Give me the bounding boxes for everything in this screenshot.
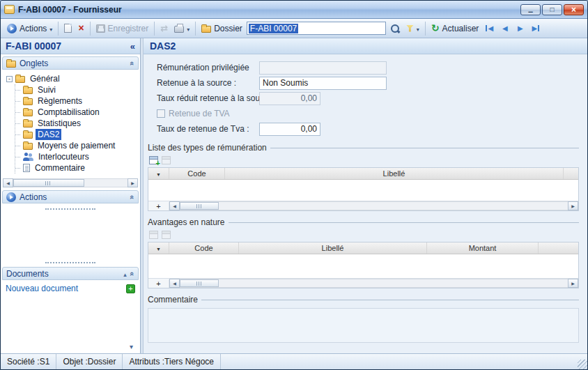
nav-last-button[interactable] (529, 22, 542, 35)
row-marker-header[interactable] (148, 242, 169, 254)
section-header-actions[interactable]: Actions (2, 190, 139, 203)
scroll-left-button[interactable] (169, 279, 180, 288)
statusbar: Société :S1 Objet :Dossier Attributs :Ti… (1, 353, 587, 369)
new-button[interactable] (62, 22, 74, 34)
tree-item-suivi[interactable]: Suivi (15, 84, 139, 95)
nav-next-button[interactable] (513, 22, 527, 35)
nav-first-button[interactable] (483, 22, 496, 35)
tree-expander-icon[interactable] (6, 76, 13, 82)
scrollbar-track[interactable] (180, 201, 568, 210)
folder-icon (23, 98, 33, 105)
scroll-left-button[interactable] (169, 201, 180, 210)
print-button[interactable] (172, 22, 192, 35)
taux-reduit-value: 0,00 (301, 93, 317, 103)
tree-item-comptabilisation[interactable]: Comptabilisation (15, 107, 139, 118)
section-header-onglets[interactable]: Onglets (2, 56, 139, 70)
scroll-right-button[interactable] (568, 201, 578, 210)
filter-button[interactable] (404, 22, 421, 35)
scrollbar-track[interactable] (13, 178, 127, 187)
scrollbar-track[interactable] (180, 279, 568, 288)
delete-row-icon-button[interactable] (162, 231, 171, 239)
minimize-button[interactable] (520, 4, 541, 15)
new-document-link[interactable]: Nouveau document (6, 284, 126, 293)
group-title: Commentaire (148, 295, 198, 305)
resize-grip[interactable] (578, 360, 587, 369)
chevron-down-icon[interactable] (130, 341, 133, 351)
save-button[interactable]: Enregistrer (94, 22, 151, 35)
delete-row-icon-button[interactable] (162, 156, 171, 164)
actions-icon (6, 192, 16, 202)
table-horizontal-scrollbar[interactable] (169, 279, 578, 288)
table-body[interactable] (148, 180, 578, 201)
actions-menu-button[interactable]: Actions (5, 22, 54, 35)
add-row-icon-button[interactable] (149, 156, 158, 164)
row-marker-header[interactable] (148, 168, 169, 179)
search-button[interactable] (388, 22, 402, 35)
tree-item-commentaire[interactable]: Commentaire (15, 162, 139, 174)
column-header-filler (539, 242, 578, 254)
scroll-right-button[interactable] (127, 178, 138, 187)
remuneration-field[interactable] (259, 61, 387, 75)
scrollbar-thumb[interactable] (180, 279, 219, 287)
scroll-left-button[interactable] (3, 178, 13, 187)
main-header: DAS2 (144, 38, 587, 54)
retenue-tva-checkbox[interactable] (157, 109, 165, 118)
folder-icon (6, 61, 16, 68)
status-societe: Société :S1 (1, 354, 56, 369)
collapse-section-icon[interactable] (128, 61, 137, 65)
taux-tva-value: 0,00 (301, 124, 317, 134)
add-row-button[interactable] (148, 279, 169, 288)
commentaire-field[interactable] (148, 308, 579, 343)
tree-item-reglements[interactable]: Règlements (15, 95, 139, 107)
actions-label: Actions (20, 24, 47, 33)
tree-item-das2[interactable]: DAS2 (15, 129, 139, 140)
refresh-button[interactable]: Actualiser (429, 22, 481, 35)
column-header-code[interactable]: Code (169, 242, 239, 254)
scroll-right-button[interactable] (568, 279, 578, 288)
add-row-icon-button[interactable] (149, 231, 158, 239)
taux-reduit-field[interactable]: 0,00 (259, 92, 320, 105)
scrollbar-thumb[interactable] (13, 179, 84, 187)
dossier-button[interactable]: Dossier (199, 22, 245, 35)
current-row-icon (156, 244, 161, 252)
main-panel: DAS2 Rémunération privilégiée Retenue à … (144, 38, 587, 353)
tree-item-interlocuteurs[interactable]: Interlocuteurs (15, 151, 139, 162)
column-header-libelle[interactable]: Libellé (225, 168, 564, 179)
toolbar-separator (425, 22, 426, 36)
tree-item-label: Suivi (36, 84, 58, 95)
titlebar[interactable]: F-ABI 00007 - Fournisseur (1, 1, 587, 19)
search-input[interactable]: F-ABI 00007 (247, 22, 386, 35)
maximize-button[interactable] (542, 4, 562, 15)
tree-item-statistiques[interactable]: Statistiques (15, 118, 139, 129)
collapse-icon[interactable] (123, 269, 127, 279)
sidebar-horizontal-scrollbar[interactable] (3, 178, 138, 188)
taux-tva-field[interactable]: 0,00 (259, 123, 320, 136)
add-row-button[interactable] (148, 202, 169, 210)
sidebar-collapse-button[interactable] (130, 41, 135, 52)
close-button[interactable] (564, 4, 584, 15)
scrollbar-thumb[interactable] (180, 202, 219, 210)
print-icon (174, 26, 184, 33)
collapse-section-icon[interactable] (128, 271, 137, 275)
tree-item-general[interactable]: Général (6, 73, 139, 84)
tree-item-label: Moyens de paiement (36, 140, 117, 151)
retenue-source-field[interactable]: Non Soumis (259, 77, 387, 90)
delete-button[interactable] (76, 22, 86, 35)
column-header-libelle[interactable]: Libellé (239, 242, 427, 254)
tree-item-moyens-de-paiement[interactable]: Moyens de paiement (15, 140, 139, 151)
tree-item-label: Statistiques (36, 118, 83, 129)
group-commentaire: Commentaire (148, 294, 579, 343)
people-icon (23, 153, 33, 161)
nav-previous-button[interactable] (498, 22, 511, 35)
table-header: Code Libellé (148, 168, 578, 180)
collapse-section-icon[interactable] (128, 194, 137, 199)
sync-button[interactable] (158, 22, 170, 35)
table-horizontal-scrollbar[interactable] (169, 201, 578, 211)
table-body[interactable] (148, 254, 578, 278)
sync-icon (160, 23, 168, 33)
column-header-montant[interactable]: Montant (427, 242, 539, 254)
section-header-documents[interactable]: Documents (2, 267, 139, 280)
add-document-button[interactable] (126, 284, 135, 293)
column-header-filler (564, 168, 578, 179)
column-header-code[interactable]: Code (169, 168, 225, 179)
